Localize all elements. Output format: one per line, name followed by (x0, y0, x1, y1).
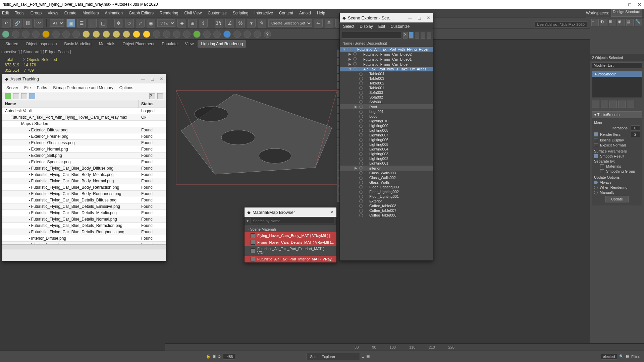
asset-row[interactable]: ▪ Interior_Diffuse.pngFound (2, 235, 166, 242)
percent-snap-button[interactable]: % (236, 19, 245, 27)
menu-help[interactable]: Help (317, 11, 325, 15)
asset-help-icon[interactable]: ? (149, 93, 155, 99)
scene-node[interactable]: Glass_Walls002 (340, 175, 433, 180)
select-rect-button[interactable]: ⬚ (88, 19, 97, 27)
rollout-header[interactable]: ▾ TurboSmooth (592, 111, 642, 118)
asset-row[interactable]: ▪ Futuristic_Flying_Car_Blue_Body_Diffus… (2, 165, 166, 172)
light-spot-icon[interactable] (143, 31, 150, 38)
manip-button[interactable]: ⊞ (188, 19, 197, 27)
scene-node[interactable]: ▶Futuristic_Flying_Car_Blue02 (340, 52, 433, 57)
undo-button[interactable]: ↶ (2, 19, 11, 27)
asset-menu-item[interactable]: Options (119, 85, 133, 90)
asset-menu-item[interactable]: Bitmap Performance and Memory (53, 85, 113, 90)
tool-icon[interactable] (203, 31, 211, 38)
menu-content[interactable]: Content (279, 11, 293, 15)
asset-row[interactable]: ▪ Futuristic_Flying_Car_Blue_Body_Normal… (2, 178, 166, 184)
primitive-sphere-icon[interactable] (93, 31, 100, 38)
scene-node[interactable]: Table002 (340, 81, 433, 85)
config-icon[interactable] (627, 101, 634, 108)
menu-modifiers[interactable]: Modifiers (83, 11, 99, 15)
scene-node[interactable]: Lighting001 (340, 161, 433, 166)
asset-row[interactable]: ▪ Exterior_Glossiness.pngFound (2, 140, 166, 146)
close-icon[interactable]: ✕ (427, 15, 430, 20)
tool-icon[interactable] (233, 31, 241, 38)
scene-node[interactable]: Logo001 (340, 109, 433, 114)
scene-node[interactable]: Glass_Walls003 (340, 171, 433, 175)
material-item[interactable]: Futuristic_Air_Taxi_Port_Interior_MAT ( … (245, 256, 336, 262)
show-end-icon[interactable] (601, 101, 608, 108)
select-object-button[interactable]: ▣ (66, 19, 75, 27)
asset-row[interactable]: ▪ Exterior_Specular.pngFound (2, 159, 166, 165)
close-button[interactable]: ✕ (638, 2, 641, 7)
tab-lighting-and-rendering[interactable]: Lighting And Rendering (198, 40, 246, 48)
asset-tool-icon[interactable] (13, 93, 19, 99)
tool-icon[interactable]: ▤ (626, 354, 629, 359)
light-omni-icon[interactable] (133, 31, 140, 38)
scene-node[interactable]: ▶Futuristic_Flying_Car_Blue (340, 62, 433, 67)
motion-tab-icon[interactable]: ◉ (618, 19, 625, 26)
menu-rendering[interactable]: Rendering (160, 11, 178, 15)
close-icon[interactable]: ✕ (330, 210, 334, 215)
x-value[interactable]: -486 (223, 354, 235, 360)
maximize-icon[interactable]: ◻ (418, 15, 421, 20)
modifier-list-dropdown[interactable]: Modifier List (592, 62, 642, 68)
refcoord-dropdown[interactable]: View (157, 19, 175, 27)
spinner-snap-button[interactable]: ▾ (247, 19, 256, 27)
scene-node[interactable]: Sofa003 (340, 90, 433, 95)
modifier-stack-item[interactable]: TurboSmooth (592, 71, 642, 77)
material-item[interactable]: Flying_Hover_Cars_Body_MAT ( VRayMtl ) [… (245, 232, 336, 239)
whenrender-radio[interactable] (594, 186, 598, 189)
placement-button[interactable]: ◉ (147, 19, 155, 27)
tool-icon[interactable] (427, 32, 431, 39)
unlink-button[interactable]: 〰 (34, 19, 43, 27)
close-icon[interactable]: ✕ (160, 76, 163, 81)
workspaces-value[interactable]: Design Standard (611, 9, 642, 17)
asset-panel-title[interactable]: ◆ Asset Tracking —◻✕ (2, 74, 166, 83)
menu-group[interactable]: Group (31, 11, 42, 15)
tool-icon[interactable] (62, 31, 70, 38)
tool-icon[interactable] (254, 31, 261, 38)
asset-row[interactable]: ▪ Exterior_Fresnel.pngFound (2, 133, 166, 140)
link-button[interactable]: ⛓ (23, 19, 32, 27)
scene-node[interactable]: ▼Futuristic_Air_Taxi_Port_with_Flying_Ho… (340, 47, 433, 52)
dropdown-icon[interactable]: ▾ (247, 219, 249, 223)
material-item[interactable]: Flying_Hover_Cars_Details_MAT ( VRayMtl … (245, 239, 336, 246)
smooth-check[interactable] (594, 154, 598, 158)
render-iters-check[interactable] (594, 132, 598, 136)
menu-animation[interactable]: Animation (105, 11, 123, 15)
asset-tool-icon[interactable] (21, 93, 27, 99)
menu-civil view[interactable]: Civil View (184, 11, 202, 15)
utilities-tab-icon[interactable]: 🔧 (635, 19, 642, 26)
tool-icon[interactable] (2, 31, 9, 38)
asset-tool-icon[interactable] (29, 93, 35, 99)
tool-icon[interactable] (12, 31, 19, 38)
key-icon[interactable]: ⊞ (213, 354, 216, 359)
primitive-box-icon[interactable] (83, 31, 90, 38)
scene-node[interactable]: Table001 (340, 85, 433, 90)
tool-icon[interactable] (213, 31, 221, 38)
asset-hscroll[interactable] (2, 244, 166, 249)
maximize-button[interactable]: ◻ (628, 2, 632, 7)
timeline[interactable]: 8090100110210220 (165, 343, 644, 351)
asset-grid[interactable]: NameStatus Autodesk VaultLoggedFuturisti… (2, 100, 166, 244)
scene-node[interactable]: Sofa001 (340, 100, 433, 104)
align-button[interactable]: ≛ (325, 19, 333, 27)
matbrowser-search-input[interactable] (251, 218, 334, 224)
asset-row[interactable]: Maps / Shaders (2, 121, 166, 127)
tool-icon[interactable] (173, 31, 180, 38)
tool-icon[interactable] (72, 31, 80, 38)
scene-node[interactable]: Lighting010 (340, 119, 433, 123)
scene-node[interactable]: Glass_Walls (340, 180, 433, 185)
tool-icon[interactable] (421, 32, 425, 39)
render-iters-input[interactable] (631, 132, 640, 137)
asset-row[interactable]: ▪ Futuristic_Flying_Car_Blue_Body_Refrac… (2, 184, 166, 191)
remove-mod-icon[interactable] (618, 101, 626, 108)
tool-icon[interactable] (22, 31, 30, 38)
asset-row[interactable]: ▪ Exterior_Self.pngFound (2, 153, 166, 159)
scene-node[interactable]: Exterior (340, 199, 433, 203)
selected-field[interactable]: elected (601, 354, 617, 360)
hierarchy-tab-icon[interactable]: ⊞ (609, 19, 616, 26)
tool-icon[interactable] (163, 31, 170, 38)
layers-icon[interactable]: ▤ (366, 354, 370, 359)
asset-tool-icon[interactable] (157, 93, 163, 99)
